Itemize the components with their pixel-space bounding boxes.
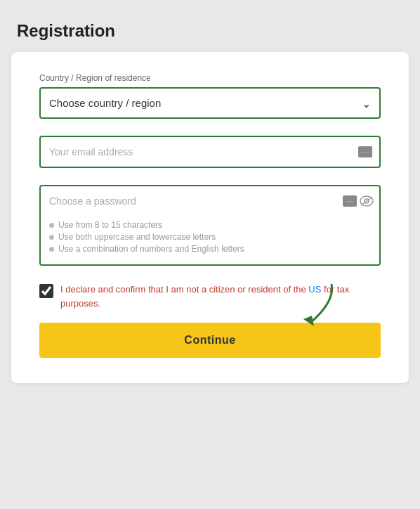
checkbox-row: I declare and confirm that I am not a ci… (39, 283, 381, 310)
dots-icon: ··· (358, 146, 372, 157)
tax-checkbox[interactable] (39, 284, 53, 298)
us-highlight: US (308, 284, 321, 295)
country-field-group: Country / Region of residence Choose cou… (39, 73, 381, 119)
checkbox-wrapper[interactable] (39, 284, 53, 301)
password-hints: Use from 8 to 15 characters Use both upp… (41, 216, 379, 264)
country-label: Country / Region of residence (39, 73, 381, 83)
password-field-group: ··· Use from 8 to 15 characters Use both… (39, 185, 381, 266)
hint-combination: Use a combination of numbers and English… (49, 244, 371, 254)
country-select[interactable]: Choose country / region United States Un… (41, 89, 379, 117)
checkbox-label: I declare and confirm that I am not a ci… (60, 283, 381, 310)
password-wrapper: ··· Use from 8 to 15 characters Use both… (39, 185, 381, 266)
email-input[interactable] (41, 137, 379, 167)
eye-icon[interactable] (360, 195, 374, 207)
hint-length: Use from 8 to 15 characters (49, 220, 371, 230)
email-field-group: ··· (39, 136, 381, 168)
email-input-wrapper: ··· (39, 136, 381, 168)
page-title: Registration (0, 14, 420, 52)
password-dots-icon: ··· (343, 195, 357, 207)
hint-case: Use both uppercase and lowercase letters (49, 232, 371, 242)
password-input[interactable] (41, 186, 379, 216)
continue-button[interactable]: Continue (39, 323, 381, 358)
country-select-wrapper[interactable]: Choose country / region United States Un… (39, 87, 381, 119)
checkbox-text-part1: I declare and confirm that I am not a ci… (60, 284, 308, 295)
password-input-row: ··· (41, 186, 379, 216)
continue-section: Continue (39, 323, 381, 358)
password-icons: ··· (343, 195, 374, 207)
registration-card: Country / Region of residence Choose cou… (11, 52, 409, 383)
email-icon-area: ··· (358, 146, 372, 157)
svg-line-2 (361, 197, 372, 205)
